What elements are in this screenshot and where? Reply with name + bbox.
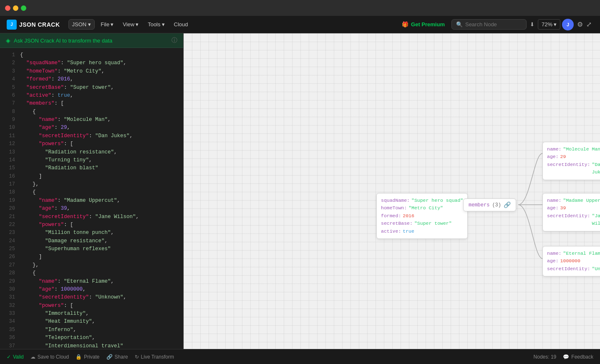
code-line: 19 "name": "Madame Uppercut",: [0, 197, 183, 205]
maximize-button[interactable]: [21, 5, 26, 11]
ai-bar[interactable]: ◈ Ask JSON Crack AI to transform the dat…: [0, 33, 183, 48]
code-line: 24 "Damage resistance",: [0, 237, 183, 245]
view-menu[interactable]: View ▾: [118, 20, 143, 29]
download-button[interactable]: ⬇: [527, 20, 538, 29]
search-box[interactable]: 🔍: [451, 19, 527, 30]
code-line: 35 "Inferno",: [0, 326, 183, 334]
file-menu[interactable]: File ▾: [96, 20, 118, 29]
expand-button[interactable]: ⤢: [585, 19, 593, 30]
code-line: 30 "age": 1000000,: [0, 286, 183, 294]
code-line: 1 {: [0, 51, 183, 59]
refresh-icon: ↻: [135, 354, 139, 360]
code-line: 37 "Interdimensional travel": [0, 342, 183, 349]
valid-status[interactable]: ✓ Valid: [7, 354, 24, 360]
menubar: J JSON CRACK JSON ▾ File ▾ View ▾ Tools …: [0, 16, 600, 33]
ai-icon: ◈: [6, 37, 10, 44]
code-line: 32 "powers": [: [0, 302, 183, 310]
root-node[interactable]: squadName: "Super hero squad" homeTown: …: [376, 193, 468, 239]
feedback-icon: 💬: [563, 354, 569, 360]
editor-panel: ◈ Ask JSON Crack AI to transform the dat…: [0, 33, 184, 349]
minimize-button[interactable]: [13, 5, 18, 11]
code-line: 3 "homeTown": "Metro City",: [0, 68, 183, 75]
valid-icon: ✓: [7, 354, 11, 360]
code-line: 26 ]: [0, 253, 183, 261]
code-line: 25 "Superhuman reflexes": [0, 245, 183, 253]
members-node[interactable]: members (3) 🔗: [463, 198, 516, 211]
code-line: 17 },: [0, 181, 183, 188]
code-line: 5 "secretBase": "Super tower",: [0, 84, 183, 92]
code-line: 22 "powers": [: [0, 221, 183, 229]
code-line: 13 "Radiation resistance",: [0, 148, 183, 156]
code-line: 2 "squadName": "Super hero squad",: [0, 59, 183, 67]
code-editor[interactable]: 1 { 2 "squadName": "Super hero squad", 3…: [0, 48, 183, 349]
menu-group: File ▾ View ▾ Tools ▾ Cloud: [96, 20, 192, 29]
share-button[interactable]: 🔗 Share: [106, 354, 128, 360]
share-icon: 🔗: [106, 354, 113, 360]
logo-text: JSON CRACK: [19, 21, 60, 28]
code-line: 9 "name": "Molecule Man",: [0, 116, 183, 124]
search-input[interactable]: [465, 21, 524, 28]
member3-node[interactable]: name: "Eternal Flame" age: 1000000 secre…: [542, 246, 600, 276]
get-premium-button[interactable]: 🎁 Get Premium: [402, 21, 445, 28]
search-icon: 🔍: [456, 21, 463, 28]
private-button[interactable]: 🔒 Private: [76, 354, 99, 360]
traffic-lights: [5, 5, 26, 11]
code-line: 33 "Immortality",: [0, 310, 183, 318]
code-line: 7 "members": [: [0, 100, 183, 108]
code-line: 28 {: [0, 269, 183, 277]
settings-button[interactable]: ⚙: [575, 19, 585, 30]
lock-icon: 🔒: [76, 354, 82, 360]
code-line: 20 "age": 39,: [0, 205, 183, 213]
member2-node[interactable]: name: "Madame Uppercut" age: 39 secretId…: [542, 193, 600, 231]
code-line: 6 "active": true,: [0, 92, 183, 100]
save-to-cloud-button[interactable]: ☁ Save to Cloud: [30, 354, 69, 360]
ai-bar-text: Ask JSON Crack AI to transform the data: [14, 38, 112, 44]
cloud-icon: ☁: [30, 354, 35, 360]
nodes-count: Nodes: 19: [534, 354, 557, 360]
member1-node[interactable]: name: "Molecule Man" age: 29 secretIdent…: [542, 142, 600, 180]
code-line: 18 {: [0, 188, 183, 196]
code-line: 16 ]: [0, 173, 183, 181]
format-selector[interactable]: JSON ▾: [68, 19, 95, 30]
statusbar: ✓ Valid ☁ Save to Cloud 🔒 Private 🔗 Shar…: [0, 349, 600, 364]
app-logo: J JSON CRACK: [7, 20, 60, 30]
code-line: 14 "Turning tiny",: [0, 156, 183, 164]
main-content: ◈ Ask JSON Crack AI to transform the dat…: [0, 33, 600, 349]
graph-panel[interactable]: squadName: "Super hero squad" homeTown: …: [184, 33, 600, 349]
graph-edges: [184, 33, 600, 349]
code-line: 11 "secretIdentity": "Dan Jukes",: [0, 132, 183, 140]
code-line: 12 "powers": [: [0, 140, 183, 148]
close-button[interactable]: [5, 5, 10, 11]
code-line: 29 "name": "Eternal Flame",: [0, 278, 183, 286]
ai-help-icon[interactable]: ⓘ: [171, 37, 177, 44]
zoom-selector[interactable]: 72% ▾: [538, 19, 560, 30]
code-line: 10 "age": 29,: [0, 124, 183, 132]
code-line: 15 "Radiation blast": [0, 164, 183, 172]
cloud-menu[interactable]: Cloud: [170, 20, 192, 29]
titlebar: [0, 0, 600, 16]
logo-icon: J: [7, 20, 17, 30]
code-line: 23 "Million tonne punch",: [0, 229, 183, 237]
code-line: 36 "Teleportation",: [0, 334, 183, 342]
feedback-button[interactable]: 💬 Feedback: [563, 354, 593, 360]
code-line: 8 {: [0, 108, 183, 116]
code-line: 31 "secretIdentity": "Unknown",: [0, 294, 183, 301]
tools-menu[interactable]: Tools ▾: [144, 20, 169, 29]
user-avatar[interactable]: J: [562, 19, 574, 30]
code-line: 27 },: [0, 261, 183, 269]
code-line: 21 "secretIdentity": "Jane Wilson",: [0, 213, 183, 221]
code-line: 34 "Heat Immunity",: [0, 318, 183, 326]
live-transform-button[interactable]: ↻ Live Transform: [135, 354, 174, 360]
code-line: 4 "formed": 2016,: [0, 75, 183, 83]
